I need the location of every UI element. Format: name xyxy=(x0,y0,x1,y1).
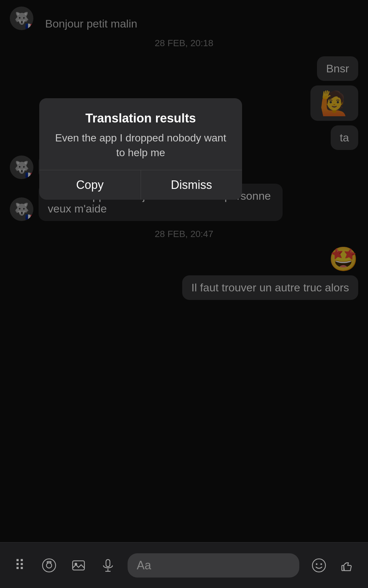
translation-modal: Translation results Even the app I dropp… xyxy=(39,98,242,200)
modal-backdrop[interactable] xyxy=(0,0,368,542)
svg-rect-11 xyxy=(342,565,344,571)
modal-body: Translation results Even the app I dropp… xyxy=(39,98,242,170)
mic-icon[interactable] xyxy=(98,558,118,573)
svg-point-8 xyxy=(312,559,325,572)
copy-button[interactable]: Copy xyxy=(39,170,141,200)
dots-icon[interactable]: ⠿ xyxy=(10,557,29,574)
modal-title: Translation results xyxy=(52,111,229,125)
chat-container: 🐺🇫🇷 Bonjour petit malin 28 FEB, 20:18 Bn… xyxy=(0,0,368,588)
thumbsup-icon[interactable] xyxy=(339,558,358,573)
camera-icon[interactable] xyxy=(39,558,59,573)
modal-actions: Copy Dismiss xyxy=(39,170,242,200)
message-input[interactable]: Aa xyxy=(128,553,299,578)
svg-point-1 xyxy=(46,563,52,568)
dismiss-button[interactable]: Dismiss xyxy=(141,170,242,200)
bottom-toolbar: ⠿ Aa xyxy=(0,542,368,588)
svg-point-9 xyxy=(316,563,318,565)
svg-point-10 xyxy=(321,563,322,565)
emoji-icon[interactable] xyxy=(309,558,329,573)
image-icon[interactable] xyxy=(69,558,88,573)
svg-rect-5 xyxy=(106,560,110,567)
input-placeholder[interactable]: Aa xyxy=(137,559,151,572)
modal-translated-text: Even the app I dropped nobody want to he… xyxy=(52,131,229,160)
messages-area: 🐺🇫🇷 Bonjour petit malin 28 FEB, 20:18 Bn… xyxy=(0,0,368,542)
svg-rect-3 xyxy=(73,561,84,570)
svg-point-0 xyxy=(43,559,56,572)
svg-rect-2 xyxy=(47,561,51,563)
